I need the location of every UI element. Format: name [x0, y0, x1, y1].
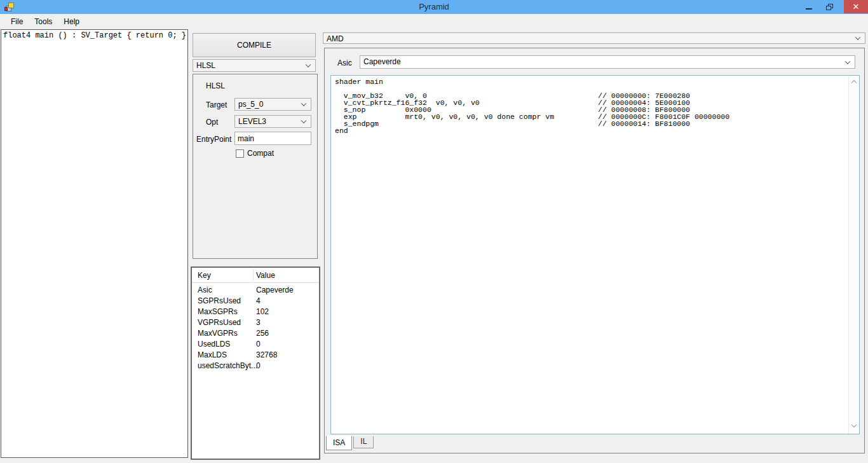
- vertical-scrollbar[interactable]: [848, 76, 859, 434]
- stats-table: Key Value AsicCapeverde SGPRsUsed4 MaxSG…: [191, 266, 320, 460]
- entrypoint-input[interactable]: [234, 132, 311, 145]
- backend-select-value: AMD: [327, 33, 865, 44]
- tab-isa[interactable]: ISA: [326, 436, 352, 450]
- opt-select[interactable]: LEVEL3: [234, 115, 311, 128]
- chevron-down-icon: [851, 422, 857, 427]
- scrollbar-down-button[interactable]: [849, 422, 860, 432]
- restore-button[interactable]: [820, 0, 839, 13]
- close-icon: ✕: [853, 2, 860, 11]
- menu-tools[interactable]: Tools: [29, 15, 58, 28]
- asic-select-value: Capeverde: [363, 56, 855, 68]
- table-row[interactable]: AsicCapeverde: [192, 285, 319, 296]
- target-select[interactable]: ps_5_0: [234, 98, 311, 111]
- chevron-up-icon: [851, 80, 857, 85]
- title-bar: Pyramid ✕: [0, 0, 868, 14]
- column-header-value[interactable]: Value: [256, 271, 275, 280]
- asic-select[interactable]: Capeverde: [360, 55, 855, 69]
- table-row[interactable]: VGPRsUsed3: [192, 317, 319, 328]
- target-select-value: ps_5_0: [238, 99, 311, 110]
- compile-button[interactable]: COMPILE: [193, 33, 316, 57]
- restore-icon: [826, 4, 833, 10]
- table-row[interactable]: usedScratchByt...0: [192, 361, 319, 371]
- stats-table-header: Key Value: [192, 268, 319, 283]
- table-row[interactable]: SGPRsUsed4: [192, 296, 319, 307]
- source-editor[interactable]: float4 main () : SV_Target { return 0; }: [1, 29, 188, 458]
- asic-label: Asic: [337, 59, 352, 67]
- output-panel: Asic Capeverde shader main v_mov_b32 v0,…: [324, 48, 865, 453]
- table-row[interactable]: MaxLDS32768: [192, 350, 319, 361]
- disassembly-text: shader main v_mov_b32 v0, 0 // 00000000:…: [331, 76, 848, 434]
- scrollbar-up-button[interactable]: [849, 77, 860, 88]
- menu-file[interactable]: File: [5, 15, 29, 28]
- table-row[interactable]: MaxVGPRs256: [192, 328, 319, 339]
- opt-select-value: LEVEL3: [238, 116, 311, 127]
- minimize-button[interactable]: [799, 0, 818, 13]
- entrypoint-label: EntryPoint: [196, 135, 231, 144]
- close-button[interactable]: ✕: [844, 0, 868, 13]
- minimize-icon: [806, 8, 812, 10]
- table-row[interactable]: MaxSGPRs102: [192, 307, 319, 317]
- menu-help[interactable]: Help: [58, 15, 85, 28]
- menu-bar: File Tools Help: [0, 14, 868, 29]
- column-header-key[interactable]: Key: [198, 271, 211, 280]
- compat-checkbox[interactable]: [236, 149, 244, 158]
- opt-label: Opt: [206, 118, 218, 127]
- language-select-value: HLSL: [196, 60, 315, 71]
- table-row[interactable]: UsedLDS0: [192, 339, 319, 350]
- output-tabstrip: ISA IL: [326, 436, 374, 451]
- backend-select[interactable]: AMD: [323, 32, 865, 44]
- disassembly-output[interactable]: shader main v_mov_b32 v0, 0 // 00000000:…: [330, 75, 860, 434]
- hlsl-options-panel: HLSL Target ps_5_0 Opt LEVEL3 EntryPoint…: [193, 74, 318, 259]
- hlsl-group-label: HLSL: [206, 81, 225, 90]
- window-title: Pyramid: [0, 0, 868, 14]
- target-label: Target: [206, 100, 227, 109]
- language-select[interactable]: HLSL: [193, 59, 316, 72]
- tab-il[interactable]: IL: [353, 436, 374, 448]
- compat-label: Compat: [247, 149, 274, 158]
